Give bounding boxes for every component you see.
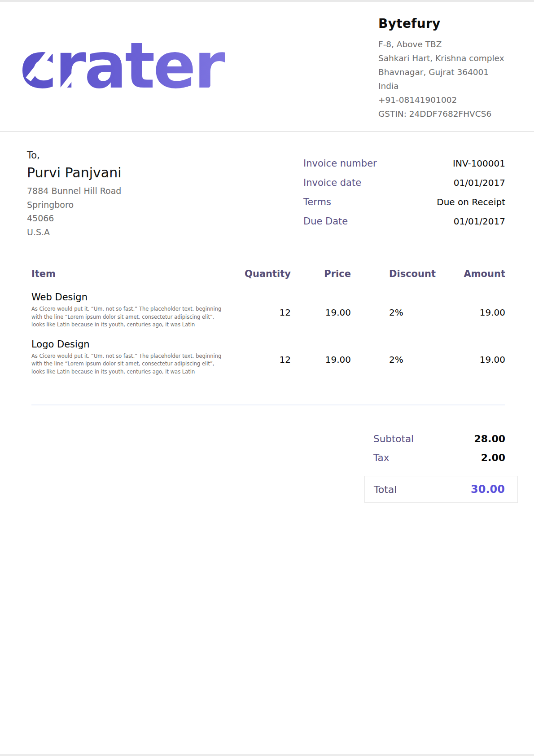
crater-logo-wordmark: crater — [20, 28, 249, 104]
company-address-line: Sahkari Hart, Krishna complex — [378, 51, 504, 65]
item-description: As Cicero would put it, “Um, not so fast… — [31, 305, 229, 329]
subtotal-row: Subtotal 28.00 — [364, 429, 518, 448]
items-table-header: Item Quantity Price Discount Amount — [31, 268, 505, 279]
item-amount: 19.00 — [438, 292, 505, 329]
terms-row: Terms Due on Receipt — [303, 197, 505, 216]
item-price: 19.00 — [291, 292, 351, 329]
terms-label: Terms — [303, 197, 331, 207]
bill-to-label: To, — [27, 150, 122, 161]
column-header-quantity: Quantity — [229, 268, 291, 279]
item-quantity: 12 — [229, 339, 291, 376]
total-label: Total — [374, 484, 397, 495]
customer-address-line: 7884 Bunnel Hill Road — [27, 184, 122, 198]
terms-value: Due on Receipt — [437, 197, 505, 207]
invoice-page: crater Bytefury F-8, Above TBZ Sahkari H… — [0, 0, 534, 756]
subtotal-value: 28.00 — [474, 433, 505, 444]
column-header-price: Price — [291, 268, 351, 279]
invoice-number-row: Invoice number INV-100001 — [303, 158, 505, 177]
customer-address: 7884 Bunnel Hill Road Springboro 45066 U… — [27, 184, 122, 239]
column-header-amount: Amount — [438, 268, 505, 279]
due-date-row: Due Date 01/01/2017 — [303, 216, 505, 235]
item-description: As Cicero would put it, “Um, not so fast… — [31, 352, 229, 376]
invoice-number-value: INV-100001 — [453, 158, 505, 169]
item-discount: 2% — [351, 339, 438, 376]
item-discount: 2% — [351, 292, 438, 329]
company-address-line: India — [378, 79, 504, 93]
items-table: Item Quantity Price Discount Amount Web … — [31, 268, 505, 405]
item-amount: 19.00 — [438, 339, 505, 376]
bill-to-block: To, Purvi Panjvani 7884 Bunnel Hill Road… — [27, 150, 122, 239]
company-info: Bytefury F-8, Above TBZ Sahkari Hart, Kr… — [378, 16, 504, 121]
customer-address-line: U.S.A — [27, 225, 122, 239]
customer-address-line: 45066 — [27, 211, 122, 225]
item-name: Web Design — [31, 292, 229, 303]
subtotal-label: Subtotal — [373, 433, 414, 444]
customer-address-line: Springboro — [27, 198, 122, 212]
tax-row: Tax 2.00 — [364, 448, 518, 467]
company-gstin: GSTIN: 24DDF7682FHVCS6 — [378, 107, 504, 121]
invoice-date-row: Invoice date 01/01/2017 — [303, 177, 505, 197]
column-header-discount: Discount — [351, 268, 438, 279]
item-quantity: 12 — [229, 292, 291, 329]
tax-label: Tax — [373, 452, 389, 463]
item-price: 19.00 — [291, 339, 351, 376]
total-value: 30.00 — [471, 483, 505, 496]
company-name: Bytefury — [378, 16, 504, 31]
crater-logo: crater — [20, 28, 249, 109]
header-divider — [0, 131, 534, 132]
page-bottom-edge — [0, 754, 534, 756]
company-address: F-8, Above TBZ Sahkari Hart, Krishna com… — [378, 37, 504, 121]
items-divider — [31, 404, 505, 405]
item-cell: Logo Design As Cicero would put it, “Um,… — [31, 339, 229, 376]
total-box: Total 30.00 — [364, 476, 518, 503]
customer-name: Purvi Panjvani — [27, 165, 122, 180]
tax-value: 2.00 — [481, 452, 505, 463]
page-top-edge — [0, 0, 534, 2]
invoice-number-label: Invoice number — [303, 158, 377, 169]
table-row: Web Design As Cicero would put it, “Um, … — [31, 292, 505, 329]
item-name: Logo Design — [31, 339, 229, 350]
invoice-date-value: 01/01/2017 — [454, 177, 505, 188]
company-phone: +91-08141901002 — [378, 93, 504, 107]
column-header-item: Item — [31, 268, 229, 279]
invoice-meta: Invoice number INV-100001 Invoice date 0… — [303, 158, 505, 235]
company-address-line: F-8, Above TBZ — [378, 37, 504, 51]
invoice-date-label: Invoice date — [303, 177, 361, 188]
due-date-value: 01/01/2017 — [454, 216, 505, 227]
due-date-label: Due Date — [303, 216, 348, 227]
table-row: Logo Design As Cicero would put it, “Um,… — [31, 339, 505, 376]
item-cell: Web Design As Cicero would put it, “Um, … — [31, 292, 229, 329]
totals-section: Subtotal 28.00 Tax 2.00 Total 30.00 — [364, 429, 518, 503]
company-address-line: Bhavnagar, Gujrat 364001 — [378, 65, 504, 79]
